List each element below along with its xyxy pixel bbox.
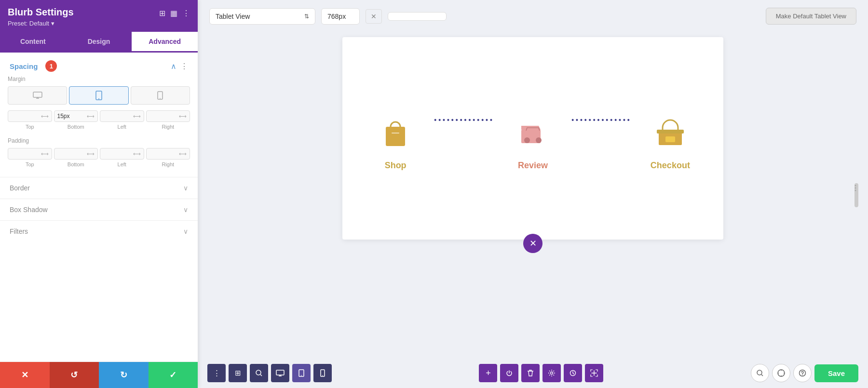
border-section[interactable]: Border ∨	[0, 177, 198, 199]
tab-design[interactable]: Design	[66, 32, 132, 53]
layout-icon[interactable]: ▦	[170, 9, 177, 18]
toolbar-mobile-btn[interactable]	[313, 364, 332, 382]
review-label: Review	[518, 161, 548, 171]
toolbar-left: ⋮ ⊞	[207, 364, 332, 382]
svg-point-17	[855, 187, 856, 189]
spacing-more-btn[interactable]: ⋮	[180, 62, 188, 71]
tab-advanced[interactable]: Advanced	[132, 32, 198, 53]
panel-content: Spacing 1 ∧ ⋮ Margin	[0, 53, 198, 361]
padding-top-input[interactable]	[11, 150, 39, 157]
padding-top-group: ⟷ Top	[8, 148, 52, 167]
svg-point-12	[536, 137, 542, 143]
toolbar-search-btn[interactable]	[250, 364, 268, 382]
svg-rect-8	[386, 127, 405, 146]
view-select[interactable]: Tablet View	[216, 13, 300, 20]
device-mobile-btn[interactable]	[131, 86, 190, 105]
resize-handle-right[interactable]	[854, 183, 858, 207]
device-desktop-btn[interactable]	[8, 86, 67, 105]
toolbar-desktop-btn[interactable]	[271, 364, 289, 382]
right-settings-btn[interactable]	[772, 364, 790, 382]
element-close-btn[interactable]: ✕	[523, 234, 542, 253]
blurb-item-shop: Shop	[362, 116, 429, 171]
margin-top-label: Top	[26, 124, 34, 130]
box-shadow-section[interactable]: Box Shadow ∨	[0, 199, 198, 220]
padding-fields: ⟷ Top ⟷ Bottom ⟷	[8, 148, 190, 167]
device-tablet-btn[interactable]	[69, 86, 128, 105]
filters-section[interactable]: Filters ∨	[0, 220, 198, 242]
padding-bottom-input[interactable]	[57, 150, 85, 157]
margin-left-input[interactable]	[103, 113, 131, 120]
margin-right-label: Right	[162, 124, 174, 130]
element-history-btn[interactable]	[564, 364, 582, 382]
margin-fields: ⟷ Top ⟷ Bottom ⟷	[8, 110, 190, 130]
margin-left-label: Left	[118, 124, 126, 130]
svg-rect-0	[33, 92, 42, 97]
svg-rect-15	[665, 136, 675, 142]
blurb-item-review: Review	[499, 116, 567, 171]
margin-group: Margin	[0, 76, 198, 177]
svg-point-29	[802, 375, 803, 375]
undo-button[interactable]: ↺	[50, 362, 99, 388]
element-add-btn[interactable]: +	[479, 364, 497, 382]
dots-2: ••••••••••••••	[571, 116, 632, 124]
element-delete-btn[interactable]	[521, 364, 540, 382]
filters-chevron-icon: ∨	[183, 227, 188, 235]
padding-right-input[interactable]	[149, 150, 177, 157]
margin-bottom-input[interactable]	[57, 113, 85, 120]
toolbar-grid-btn[interactable]: ⊞	[229, 364, 247, 382]
right-help-btn[interactable]	[793, 364, 812, 382]
padding-right-link-icon: ⟷	[179, 151, 187, 157]
toolbar-tablet-btn[interactable]	[292, 364, 311, 382]
panel-bottom-bar: ✕ ↺ ↻ ✓	[0, 361, 198, 388]
connector-2: ••••••••••••••	[571, 116, 632, 138]
svg-point-18	[855, 190, 856, 191]
toolbar-more-btn[interactable]: ⋮	[207, 364, 226, 382]
right-search-btn[interactable]	[751, 364, 769, 382]
blurb-item-checkout: Checkout	[637, 116, 704, 171]
padding-left-input[interactable]	[103, 150, 131, 157]
svg-point-22	[301, 375, 302, 376]
bottom-toolbars: ⋮ ⊞ +	[198, 358, 868, 388]
px-input[interactable]	[321, 8, 360, 25]
padding-right-label: Right	[162, 161, 174, 167]
panel-title: Blurb Settings	[8, 7, 74, 18]
margin-top-input[interactable]	[11, 113, 39, 120]
close-px-btn[interactable]: ✕	[366, 9, 382, 24]
panel-tabs: Content Design Advanced	[0, 32, 198, 53]
spacing-collapse-btn[interactable]: ∧	[171, 62, 176, 71]
make-default-btn[interactable]: Make Default Tablet View	[766, 8, 856, 25]
save-button[interactable]: Save	[814, 364, 858, 382]
padding-top-link-icon: ⟷	[41, 151, 49, 157]
box-shadow-title: Box Shadow	[10, 206, 48, 214]
svg-rect-20	[276, 370, 284, 375]
tab-content[interactable]: Content	[0, 32, 66, 53]
svg-point-11	[524, 137, 530, 143]
element-settings-btn[interactable]	[542, 364, 561, 382]
element-power-btn[interactable]	[500, 364, 518, 382]
view-select-wrap: Tablet View ⇅	[209, 8, 315, 25]
svg-point-19	[256, 370, 261, 375]
margin-right-group: ⟷ Right	[146, 110, 190, 130]
top-bar: Tablet View ⇅ ✕ Make Default Tablet View	[198, 0, 868, 32]
padding-bottom-label: Bottom	[68, 161, 84, 167]
empty-field	[388, 12, 447, 21]
shop-label: Shop	[385, 161, 407, 171]
shop-icon	[380, 116, 411, 155]
confirm-button[interactable]: ✓	[149, 362, 198, 388]
spacing-section: Spacing 1 ∧ ⋮ Margin	[0, 53, 198, 177]
cancel-button[interactable]: ✕	[0, 362, 50, 388]
margin-right-input[interactable]	[149, 113, 177, 120]
redo-button[interactable]: ↻	[99, 362, 149, 388]
padding-top-label: Top	[26, 161, 34, 167]
padding-bottom-link-icon: ⟷	[87, 151, 95, 157]
padding-left-label: Left	[118, 161, 126, 167]
main-area: Tablet View ⇅ ✕ Make Default Tablet View	[198, 0, 868, 388]
expand-icon[interactable]: ⊞	[159, 9, 165, 18]
svg-point-16	[855, 185, 856, 187]
element-resize-btn[interactable]	[585, 364, 603, 382]
more-options-icon[interactable]: ⋮	[182, 9, 190, 18]
spacing-title: Spacing	[10, 62, 38, 70]
panel-preset[interactable]: Preset: Default	[8, 20, 74, 27]
padding-left-group: ⟷ Left	[100, 148, 144, 167]
svg-point-25	[551, 372, 553, 375]
